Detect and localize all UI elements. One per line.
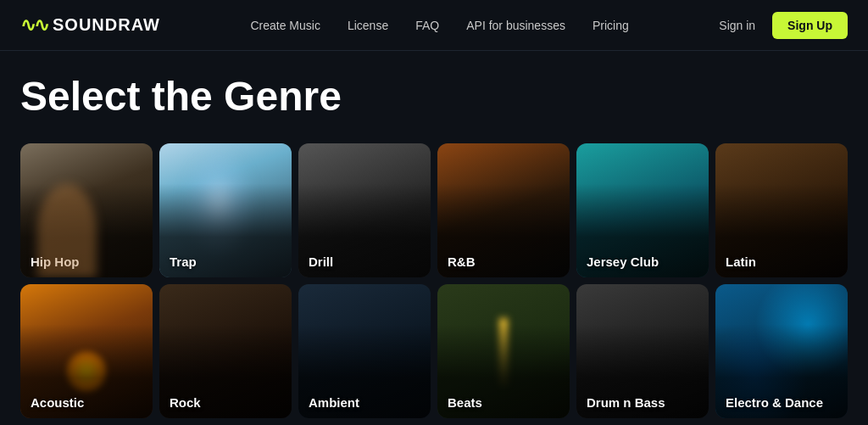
nav-link-faq[interactable]: FAQ (415, 19, 439, 32)
nav-link-license[interactable]: License (348, 19, 388, 32)
genre-label-jersey-club: Jersey Club (587, 254, 659, 269)
genre-label-hip-hop: Hip Hop (31, 254, 80, 269)
genre-grid: Hip HopTrapDrillR&BJersey ClubLatinAcous… (0, 133, 868, 425)
genre-card-beats[interactable]: Beats (437, 284, 570, 418)
genre-card-hip-hop[interactable]: Hip Hop (20, 143, 153, 277)
navbar: ∿∿ SOUNDRAW Create MusicLicenseFAQAPI fo… (0, 0, 868, 51)
logo-icon: ∿∿ (20, 14, 47, 36)
genre-label-rock: Rock (170, 395, 201, 410)
genre-card-latin[interactable]: Latin (715, 143, 848, 277)
genre-card-rock[interactable]: Rock (159, 284, 292, 418)
genre-label-drum-n-bass: Drum n Bass (587, 395, 665, 410)
genre-label-trap: Trap (170, 254, 197, 269)
nav-actions: Sign in Sign Up (719, 12, 848, 39)
genre-card-drum-n-bass[interactable]: Drum n Bass (576, 284, 709, 418)
genre-label-acoustic: Acoustic (31, 395, 84, 410)
hero-section: Select the Genre (0, 51, 868, 133)
genre-overlay-hip-hop (20, 143, 153, 277)
page-title: Select the Genre (20, 75, 848, 120)
genre-card-electro-dance[interactable]: Electro & Dance (715, 284, 848, 418)
genre-card-rnb[interactable]: R&B (437, 143, 570, 277)
genre-card-acoustic[interactable]: Acoustic (20, 284, 153, 418)
genre-label-rnb: R&B (448, 254, 476, 269)
genre-label-latin: Latin (726, 254, 756, 269)
genre-card-ambient[interactable]: Ambient (298, 284, 431, 418)
signin-link[interactable]: Sign in (719, 19, 755, 32)
genre-label-drill: Drill (309, 254, 333, 269)
genre-label-electro-dance: Electro & Dance (726, 395, 823, 410)
genre-card-trap[interactable]: Trap (159, 143, 292, 277)
logo-text: SOUNDRAW (53, 15, 160, 35)
signup-button[interactable]: Sign Up (772, 12, 848, 39)
genre-label-beats: Beats (448, 395, 482, 410)
genre-card-drill[interactable]: Drill (298, 143, 431, 277)
nav-link-create-music[interactable]: Create Music (250, 19, 320, 32)
nav-link-api-businesses[interactable]: API for businesses (466, 19, 565, 32)
logo[interactable]: ∿∿ SOUNDRAW (20, 14, 160, 36)
nav-links: Create MusicLicenseFAQAPI for businesses… (250, 19, 628, 32)
genre-card-jersey-club[interactable]: Jersey Club (576, 143, 709, 277)
nav-link-pricing[interactable]: Pricing (593, 19, 629, 32)
genre-label-ambient: Ambient (309, 395, 359, 410)
